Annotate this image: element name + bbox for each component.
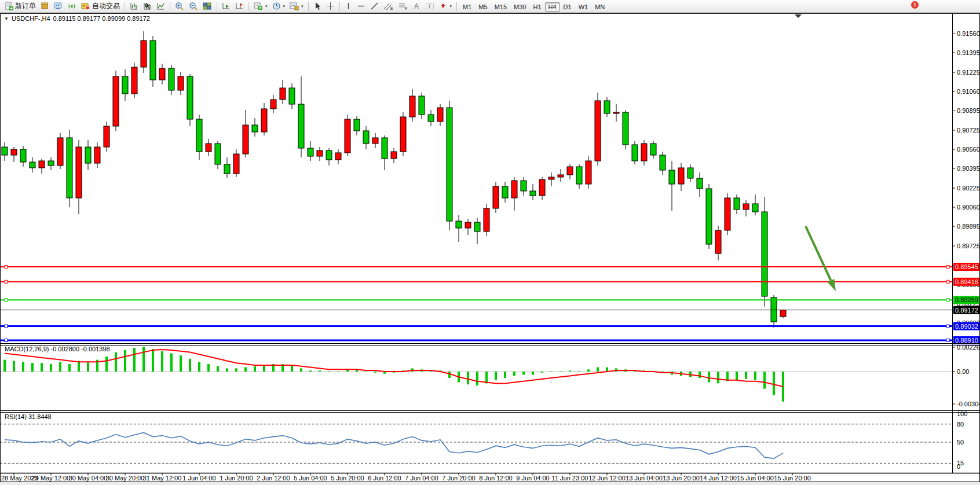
text-label-tool[interactable]: T	[423, 1, 437, 12]
macd-histogram-bar	[124, 350, 126, 372]
support-line-green-handle-right[interactable]	[946, 299, 949, 302]
rsi-scale-label: 80	[957, 421, 964, 428]
candle-chart-button[interactable]	[141, 1, 154, 12]
candlestick	[48, 161, 54, 166]
svg-text:A: A	[414, 2, 419, 10]
candlestick	[567, 167, 573, 175]
macd-histogram-bar	[133, 348, 136, 372]
tab-timeframe-h1[interactable]: H1	[529, 2, 544, 12]
chart-shift-icon	[235, 2, 244, 10]
candlestick	[447, 108, 452, 221]
fibonacci-tool[interactable]: F	[396, 1, 410, 12]
tab-timeframe-m1[interactable]: M1	[459, 2, 475, 12]
toolbar-separator	[170, 2, 170, 11]
macd-histogram-bar	[170, 353, 173, 372]
cursor-tool-button[interactable]	[311, 1, 324, 12]
time-tick-label: 9 Jun 04:00	[516, 475, 550, 482]
resistance-line-2-handle-right[interactable]	[946, 280, 949, 283]
notification-badge[interactable]: 1	[910, 1, 919, 9]
rsi-scale-label: 0	[957, 463, 960, 470]
arrows-icon	[439, 2, 448, 10]
indicators-icon	[254, 2, 263, 10]
price-tick-label: 0.90225	[957, 185, 980, 192]
support-line-blue-1-handle-right[interactable]	[946, 325, 949, 328]
tab-timeframe-m5[interactable]: M5	[475, 2, 491, 12]
profiles-button[interactable]	[52, 1, 65, 12]
macd-histogram-bar	[300, 368, 302, 372]
macd-histogram-bar	[560, 372, 562, 372]
trendline-tool[interactable]	[368, 1, 381, 12]
svg-text:T: T	[428, 3, 432, 9]
macd-histogram-bar	[736, 372, 738, 380]
time-tick-label: 5 Jun 20:00	[331, 475, 364, 482]
chart-collapse-icon[interactable]: ▼	[4, 16, 9, 21]
macd-histogram-bar	[207, 364, 210, 372]
macd-histogram-bar	[745, 372, 747, 379]
price-tick-label: 0.89725	[957, 242, 980, 249]
resistance-line-1-handle-left[interactable]	[5, 266, 8, 269]
tab-timeframe-m30[interactable]: M30	[510, 2, 529, 12]
tile-windows-icon	[203, 2, 212, 10]
candlestick	[428, 115, 434, 122]
resistance-line-2-handle-left[interactable]	[5, 280, 8, 283]
tab-timeframe-mn[interactable]: MN	[591, 2, 608, 12]
arrows-tool[interactable]: ▾	[437, 1, 455, 12]
chart-symbol-period: USDCHF-,H4	[12, 15, 50, 22]
candlestick	[215, 144, 221, 164]
zoom-out-button[interactable]	[187, 1, 200, 12]
bar-chart-button[interactable]	[127, 1, 141, 12]
chart-shift-button[interactable]	[233, 1, 246, 12]
signals-button[interactable]	[65, 1, 79, 12]
line-chart-button[interactable]	[154, 1, 167, 12]
time-tick-label: 8 Jun 12:00	[479, 475, 513, 482]
indicators-button[interactable]: ▾	[251, 1, 270, 12]
new-order-label: 新订单	[15, 1, 36, 11]
candlestick	[762, 212, 767, 296]
candlestick	[613, 112, 619, 113]
macd-main-value: -0.002800	[50, 346, 79, 352]
chart-canvas[interactable]: 0.915600.913950.912250.910600.908950.907…	[0, 0, 980, 485]
time-tick-label: 5 Jun 04:00	[294, 475, 327, 482]
time-axis[interactable]: 28 May 202329 May 12:0030 May 04:0030 Ma…	[1, 473, 811, 482]
current-price-line-price-label: 0.89172	[955, 307, 978, 314]
zoom-in-button[interactable]	[173, 1, 187, 12]
periods-button[interactable]: ▾	[270, 1, 288, 12]
support-line-blue-2-handle-right[interactable]	[946, 339, 949, 342]
equidistant-channel-tool[interactable]: E	[381, 1, 396, 12]
support-line-blue-1-handle-left[interactable]	[5, 325, 8, 328]
macd-histogram-bar	[717, 372, 719, 383]
tile-windows-button[interactable]	[200, 1, 214, 12]
toolbar-separator	[217, 2, 217, 11]
text-tool[interactable]: A	[410, 1, 423, 12]
new-chart-button[interactable]	[38, 1, 52, 12]
candlestick	[623, 112, 628, 145]
tab-timeframe-h4[interactable]: H4	[545, 2, 560, 12]
candlestick	[780, 310, 786, 317]
candlestick	[391, 152, 397, 159]
candlestick	[39, 161, 45, 168]
autotrading-button[interactable]: 自动交易	[79, 1, 122, 12]
candlestick	[530, 191, 536, 196]
candlestick	[539, 179, 545, 196]
support-line-green-handle-left[interactable]	[5, 299, 8, 302]
vertical-line-tool[interactable]	[342, 1, 354, 12]
crosshair-tool-button[interactable]	[324, 1, 337, 12]
tab-timeframe-w1[interactable]: W1	[575, 2, 592, 12]
profiles-icon	[54, 2, 63, 10]
chevron-down-icon: ▾	[301, 4, 303, 9]
candlestick	[67, 138, 72, 198]
auto-scroll-button[interactable]	[220, 1, 233, 12]
macd-histogram-bar	[699, 372, 701, 378]
candlestick	[335, 153, 341, 160]
autotrading-label: 自动交易	[92, 1, 120, 11]
time-tick-label: 30 May 20:00	[106, 475, 145, 482]
macd-histogram-bar	[50, 364, 52, 372]
resistance-line-1-handle-right[interactable]	[946, 266, 949, 269]
templates-button[interactable]: ▾	[287, 1, 306, 12]
horizontal-line-tool[interactable]	[354, 1, 368, 12]
new-order-button[interactable]: 新订单	[2, 1, 38, 12]
tab-timeframe-m15[interactable]: M15	[491, 2, 510, 12]
support-line-blue-2-handle-left[interactable]	[5, 339, 8, 342]
tab-timeframe-d1[interactable]: D1	[560, 2, 575, 12]
candlestick	[11, 149, 17, 155]
